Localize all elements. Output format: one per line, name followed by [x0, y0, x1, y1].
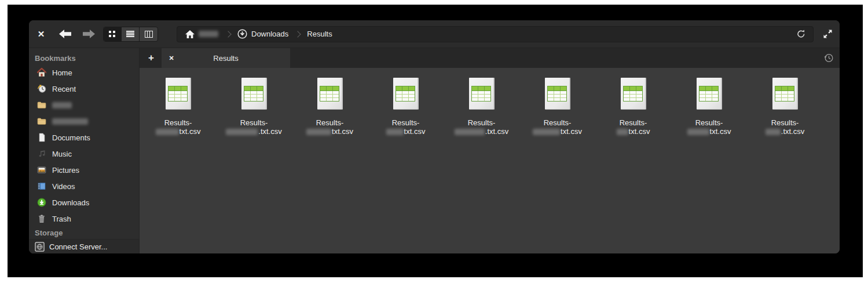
chevron-right-icon [225, 31, 231, 37]
file-name: Results- .txt.csv [766, 118, 804, 136]
toolbar: ✕ [29, 20, 840, 48]
sidebar-item-downloads[interactable]: Downloads [29, 194, 139, 211]
music-note-icon [37, 149, 46, 158]
sidebar-section-storage: Storage [29, 227, 139, 239]
file-name: Results- txt.csv [386, 118, 426, 136]
redacted-text [386, 129, 404, 135]
server-globe-icon [35, 242, 45, 252]
sidebar-item-recent[interactable]: Recent [29, 81, 139, 97]
breadcrumb: Downloads Results [177, 26, 814, 42]
csv-spreadsheet-icon [241, 78, 267, 110]
file-item[interactable]: Results- txt.csv [368, 78, 444, 136]
file-name: Results- txt.csv [156, 118, 201, 136]
file-name: Results- .txt.csv [226, 118, 281, 136]
forward-arrow-icon [83, 30, 95, 38]
file-item[interactable]: Results- txt.csv [140, 78, 216, 136]
file-item[interactable]: Results- .txt.csv [444, 78, 519, 136]
sidebar-item-trash[interactable]: Trash [29, 211, 139, 227]
sidebar-item-pictures[interactable]: Pictures [29, 162, 139, 178]
view-switcher [103, 27, 158, 42]
sidebar: Bookmarks Home Recent [29, 48, 139, 253]
file-name: Results- .txt.csv [455, 118, 508, 136]
file-item[interactable]: Results- txt.csv [292, 78, 368, 136]
file-item[interactable]: Results- txt.csv [671, 78, 747, 136]
folder-icon [37, 100, 46, 110]
redacted-text [455, 129, 485, 135]
sidebar-section-bookmarks: Bookmarks [29, 52, 139, 64]
csv-spreadsheet-icon [772, 78, 798, 110]
recent-clock-icon [37, 84, 46, 93]
sidebar-item-videos[interactable]: Videos [29, 178, 139, 194]
chevron-right-icon [295, 31, 301, 37]
file-name: Results- txt.csv [533, 118, 582, 136]
list-view-button[interactable] [122, 27, 140, 41]
file-name: Results- txt.csv [617, 118, 650, 136]
csv-spreadsheet-icon [697, 78, 722, 110]
new-tab-button[interactable]: + [144, 52, 158, 64]
file-manager-window: ✕ [29, 20, 840, 253]
home-icon [37, 68, 46, 77]
trash-icon [37, 214, 46, 223]
fullscreen-button[interactable] [823, 29, 833, 39]
refresh-button[interactable] [793, 29, 810, 39]
tab-results[interactable]: ✕ Results [162, 48, 290, 68]
csv-spreadsheet-icon [545, 78, 570, 110]
back-arrow-icon [59, 30, 71, 38]
file-item[interactable]: Results- txt.csv [595, 78, 671, 136]
breadcrumb-home-segment[interactable] [183, 30, 221, 38]
grid-view-icon [109, 31, 116, 38]
tab-close-icon[interactable]: ✕ [162, 55, 181, 62]
csv-spreadsheet-icon [393, 78, 419, 110]
folder-icon [37, 117, 46, 126]
sidebar-item-redacted-folder[interactable] [29, 97, 139, 113]
home-icon [185, 30, 195, 38]
sidebar-item-music[interactable]: Music [29, 146, 139, 162]
redacted-text [687, 129, 709, 135]
file-item[interactable]: Results- .txt.csv [747, 78, 823, 136]
csv-spreadsheet-icon [166, 78, 191, 110]
expand-diagonal-icon [823, 29, 833, 39]
csv-spreadsheet-icon [317, 78, 343, 110]
back-button[interactable] [59, 30, 71, 38]
sidebar-item-home[interactable]: Home [29, 64, 139, 81]
column-view-icon [145, 31, 153, 38]
redacted-text [52, 118, 88, 125]
file-grid: Results- txt.csv Results- .txt.csv [140, 68, 840, 136]
file-name: Results- txt.csv [687, 118, 731, 136]
redacted-text [156, 129, 179, 135]
history-button[interactable] [823, 53, 834, 63]
download-circle-icon [237, 29, 247, 39]
csv-spreadsheet-icon [469, 78, 495, 110]
sidebar-item-documents[interactable]: Documents [29, 129, 139, 146]
main-panel: + ✕ Results [139, 48, 840, 253]
redacted-text [533, 129, 560, 135]
column-view-button[interactable] [140, 27, 158, 41]
grid-view-button[interactable] [104, 27, 122, 41]
redacted-text [52, 102, 72, 108]
file-name: Results- txt.csv [306, 118, 353, 136]
tab-bar: + ✕ Results [140, 48, 840, 68]
redacted-text [226, 129, 258, 135]
picture-icon [37, 165, 46, 175]
window-close-button[interactable]: ✕ [35, 29, 47, 39]
refresh-icon [796, 29, 806, 39]
desktop-background: ✕ [8, 5, 863, 277]
film-icon [37, 182, 46, 191]
connect-server-button[interactable]: Connect Server... [29, 239, 139, 253]
breadcrumb-downloads-segment[interactable]: Downloads [235, 29, 291, 39]
history-clock-icon [823, 53, 834, 63]
tab-label: Results [181, 54, 290, 63]
redacted-text [617, 129, 628, 135]
list-view-icon [126, 31, 134, 38]
breadcrumb-label: Downloads [251, 30, 288, 38]
breadcrumb-label: Results [307, 30, 332, 38]
csv-spreadsheet-icon [621, 78, 646, 110]
breadcrumb-results-segment[interactable]: Results [305, 30, 334, 38]
file-item[interactable]: Results- .txt.csv [216, 78, 292, 136]
forward-button[interactable] [83, 30, 95, 38]
redacted-text [766, 129, 781, 135]
sidebar-item-redacted-folder[interactable] [29, 113, 139, 129]
redacted-text [306, 129, 331, 135]
file-item[interactable]: Results- txt.csv [519, 78, 595, 136]
redacted-username [199, 31, 218, 37]
